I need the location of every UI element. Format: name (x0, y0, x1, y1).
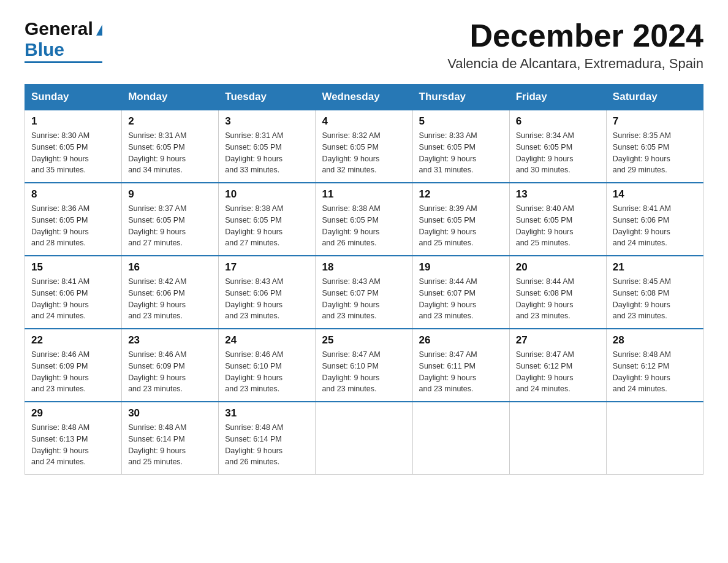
calendar-cell: 7 Sunrise: 8:35 AM Sunset: 6:05 PM Dayli… (606, 110, 703, 183)
day-info: Sunrise: 8:38 AM Sunset: 6:05 PM Dayligh… (322, 203, 406, 249)
logo: General Blue (25, 18, 102, 63)
day-info: Sunrise: 8:43 AM Sunset: 6:06 PM Dayligh… (225, 276, 309, 322)
calendar-cell: 3 Sunrise: 8:31 AM Sunset: 6:05 PM Dayli… (219, 110, 316, 183)
week-row-4: 22 Sunrise: 8:46 AM Sunset: 6:09 PM Dayl… (25, 329, 703, 402)
day-number: 12 (419, 188, 503, 201)
day-info: Sunrise: 8:48 AM Sunset: 6:13 PM Dayligh… (31, 422, 115, 468)
day-number: 10 (225, 188, 309, 201)
day-number: 22 (31, 334, 115, 347)
day-number: 24 (225, 334, 309, 347)
header-monday: Monday (122, 85, 219, 110)
day-number: 8 (31, 188, 115, 201)
header-thursday: Thursday (412, 85, 509, 110)
calendar-cell: 15 Sunrise: 8:41 AM Sunset: 6:06 PM Dayl… (25, 256, 122, 329)
calendar-cell (316, 402, 412, 475)
day-info: Sunrise: 8:31 AM Sunset: 6:05 PM Dayligh… (225, 130, 309, 176)
title-section: December 2024 Valencia de Alcantara, Ext… (447, 18, 703, 72)
calendar-cell: 21 Sunrise: 8:45 AM Sunset: 6:08 PM Dayl… (606, 256, 703, 329)
calendar-cell: 19 Sunrise: 8:44 AM Sunset: 6:07 PM Dayl… (412, 256, 509, 329)
day-info: Sunrise: 8:47 AM Sunset: 6:11 PM Dayligh… (419, 349, 503, 395)
day-info: Sunrise: 8:48 AM Sunset: 6:14 PM Dayligh… (128, 422, 212, 468)
day-number: 30 (128, 407, 212, 419)
day-info: Sunrise: 8:45 AM Sunset: 6:08 PM Dayligh… (613, 276, 697, 322)
day-number: 3 (225, 115, 309, 128)
header-sunday: Sunday (25, 85, 122, 110)
day-info: Sunrise: 8:41 AM Sunset: 6:06 PM Dayligh… (613, 203, 697, 249)
week-row-5: 29 Sunrise: 8:48 AM Sunset: 6:13 PM Dayl… (25, 402, 703, 475)
week-row-2: 8 Sunrise: 8:36 AM Sunset: 6:05 PM Dayli… (25, 183, 703, 256)
day-number: 25 (322, 334, 406, 347)
day-number: 6 (516, 115, 600, 128)
calendar-cell (606, 402, 703, 475)
day-number: 28 (613, 334, 697, 347)
day-info: Sunrise: 8:38 AM Sunset: 6:05 PM Dayligh… (225, 203, 309, 249)
calendar-cell: 11 Sunrise: 8:38 AM Sunset: 6:05 PM Dayl… (316, 183, 412, 256)
calendar-cell: 17 Sunrise: 8:43 AM Sunset: 6:06 PM Dayl… (219, 256, 316, 329)
day-number: 14 (613, 188, 697, 201)
day-number: 23 (128, 334, 212, 347)
day-number: 20 (516, 261, 600, 274)
day-info: Sunrise: 8:47 AM Sunset: 6:10 PM Dayligh… (322, 349, 406, 395)
week-row-1: 1 Sunrise: 8:30 AM Sunset: 6:05 PM Dayli… (25, 110, 703, 183)
day-info: Sunrise: 8:32 AM Sunset: 6:05 PM Dayligh… (322, 130, 406, 176)
calendar-cell: 23 Sunrise: 8:46 AM Sunset: 6:09 PM Dayl… (122, 329, 219, 402)
day-number: 26 (419, 334, 503, 347)
day-number: 1 (31, 115, 115, 128)
calendar-cell: 16 Sunrise: 8:42 AM Sunset: 6:06 PM Dayl… (122, 256, 219, 329)
day-info: Sunrise: 8:39 AM Sunset: 6:05 PM Dayligh… (419, 203, 503, 249)
logo-general-text: General (25, 18, 93, 39)
calendar-cell: 24 Sunrise: 8:46 AM Sunset: 6:10 PM Dayl… (219, 329, 316, 402)
logo-underline (25, 61, 102, 63)
logo-triangle-icon (96, 25, 102, 36)
calendar-cell: 22 Sunrise: 8:46 AM Sunset: 6:09 PM Dayl… (25, 329, 122, 402)
calendar-cell: 13 Sunrise: 8:40 AM Sunset: 6:05 PM Dayl… (509, 183, 606, 256)
day-info: Sunrise: 8:48 AM Sunset: 6:14 PM Dayligh… (225, 422, 309, 468)
day-info: Sunrise: 8:44 AM Sunset: 6:07 PM Dayligh… (419, 276, 503, 322)
header: General Blue December 2024 Valencia de A… (25, 18, 703, 72)
day-info: Sunrise: 8:46 AM Sunset: 6:10 PM Dayligh… (225, 349, 309, 395)
day-number: 21 (613, 261, 697, 274)
calendar-cell: 4 Sunrise: 8:32 AM Sunset: 6:05 PM Dayli… (316, 110, 412, 183)
day-info: Sunrise: 8:44 AM Sunset: 6:08 PM Dayligh… (516, 276, 600, 322)
header-saturday: Saturday (606, 85, 703, 110)
calendar-cell: 27 Sunrise: 8:47 AM Sunset: 6:12 PM Dayl… (509, 329, 606, 402)
day-info: Sunrise: 8:37 AM Sunset: 6:05 PM Dayligh… (128, 203, 212, 249)
day-number: 15 (31, 261, 115, 274)
calendar-cell: 31 Sunrise: 8:48 AM Sunset: 6:14 PM Dayl… (219, 402, 316, 475)
calendar-cell: 25 Sunrise: 8:47 AM Sunset: 6:10 PM Dayl… (316, 329, 412, 402)
day-number: 16 (128, 261, 212, 274)
day-info: Sunrise: 8:40 AM Sunset: 6:05 PM Dayligh… (516, 203, 600, 249)
day-info: Sunrise: 8:35 AM Sunset: 6:05 PM Dayligh… (613, 130, 697, 176)
calendar-cell: 9 Sunrise: 8:37 AM Sunset: 6:05 PM Dayli… (122, 183, 219, 256)
header-wednesday: Wednesday (316, 85, 412, 110)
calendar-cell: 5 Sunrise: 8:33 AM Sunset: 6:05 PM Dayli… (412, 110, 509, 183)
day-info: Sunrise: 8:42 AM Sunset: 6:06 PM Dayligh… (128, 276, 212, 322)
day-info: Sunrise: 8:34 AM Sunset: 6:05 PM Dayligh… (516, 130, 600, 176)
day-info: Sunrise: 8:46 AM Sunset: 6:09 PM Dayligh… (31, 349, 115, 395)
calendar-cell: 2 Sunrise: 8:31 AM Sunset: 6:05 PM Dayli… (122, 110, 219, 183)
calendar-cell: 29 Sunrise: 8:48 AM Sunset: 6:13 PM Dayl… (25, 402, 122, 475)
day-number: 18 (322, 261, 406, 274)
calendar-cell: 30 Sunrise: 8:48 AM Sunset: 6:14 PM Dayl… (122, 402, 219, 475)
day-number: 11 (322, 188, 406, 201)
day-number: 7 (613, 115, 697, 128)
week-row-3: 15 Sunrise: 8:41 AM Sunset: 6:06 PM Dayl… (25, 256, 703, 329)
day-info: Sunrise: 8:33 AM Sunset: 6:05 PM Dayligh… (419, 130, 503, 176)
calendar-cell: 8 Sunrise: 8:36 AM Sunset: 6:05 PM Dayli… (25, 183, 122, 256)
day-info: Sunrise: 8:31 AM Sunset: 6:05 PM Dayligh… (128, 130, 212, 176)
day-number: 5 (419, 115, 503, 128)
calendar-header-row: SundayMondayTuesdayWednesdayThursdayFrid… (25, 85, 703, 110)
calendar-cell (412, 402, 509, 475)
calendar-cell: 10 Sunrise: 8:38 AM Sunset: 6:05 PM Dayl… (219, 183, 316, 256)
header-tuesday: Tuesday (219, 85, 316, 110)
day-number: 9 (128, 188, 212, 201)
calendar-cell (509, 402, 606, 475)
calendar-cell: 6 Sunrise: 8:34 AM Sunset: 6:05 PM Dayli… (509, 110, 606, 183)
calendar-cell: 28 Sunrise: 8:48 AM Sunset: 6:12 PM Dayl… (606, 329, 703, 402)
day-info: Sunrise: 8:43 AM Sunset: 6:07 PM Dayligh… (322, 276, 406, 322)
month-title: December 2024 (447, 18, 703, 53)
calendar-cell: 12 Sunrise: 8:39 AM Sunset: 6:05 PM Dayl… (412, 183, 509, 256)
calendar-table: SundayMondayTuesdayWednesdayThursdayFrid… (25, 84, 703, 475)
calendar-cell: 20 Sunrise: 8:44 AM Sunset: 6:08 PM Dayl… (509, 256, 606, 329)
day-info: Sunrise: 8:36 AM Sunset: 6:05 PM Dayligh… (31, 203, 115, 249)
